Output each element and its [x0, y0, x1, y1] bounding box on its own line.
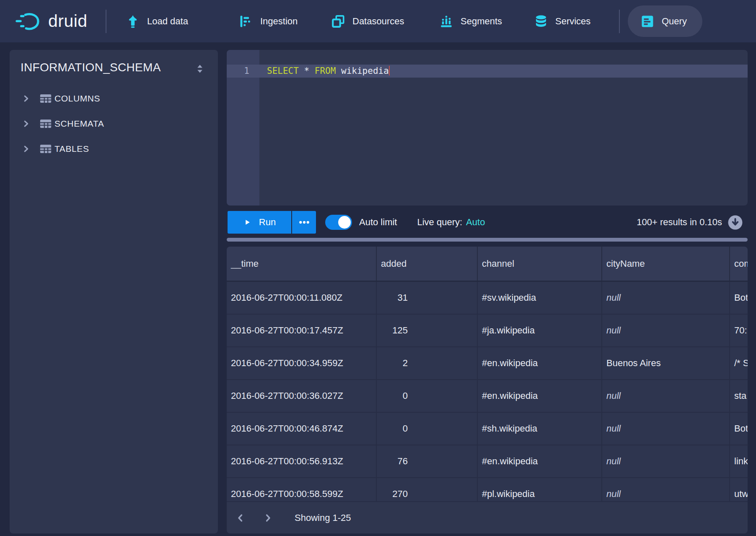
table-cell-comment[interactable]: Bot	[730, 413, 748, 445]
tree-item-label: COLUMNS	[54, 94, 100, 104]
chevron-right-icon[interactable]	[21, 94, 31, 103]
nav-divider	[106, 10, 106, 33]
play-icon	[243, 218, 251, 226]
table-cell-channel[interactable]: #en.wikipedia	[478, 347, 602, 379]
double-caret-vertical-icon[interactable]	[194, 63, 205, 74]
table-cell-added[interactable]: 125	[377, 315, 478, 346]
table-cell-added[interactable]: 0	[377, 380, 478, 412]
pagination-bar: Showing 1-25	[227, 501, 748, 533]
download-icon[interactable]	[728, 215, 743, 230]
sql-editor[interactable]: 1 SELECT * FROM wikipedia	[227, 50, 748, 206]
toggle-knob	[338, 216, 351, 229]
page-next-button[interactable]	[263, 513, 273, 523]
table-row[interactable]: 2016-06-27T00:00:11.080Z31#sv.wikipedian…	[227, 282, 748, 315]
run-more-button[interactable]	[292, 211, 316, 234]
table-cell-comment[interactable]: sta	[730, 380, 748, 412]
results-table: __timeaddedchannelcityNamecomment 2016-0…	[227, 247, 748, 533]
table-cell-channel[interactable]: #en.wikipedia	[478, 380, 602, 412]
column-header-comment[interactable]: comment	[730, 247, 748, 281]
nav-item-label: Services	[555, 16, 590, 27]
table-cell-comment[interactable]: 70:	[730, 315, 748, 346]
table-cell-added[interactable]: 76	[377, 445, 478, 477]
nav-item-label: Datasources	[352, 16, 404, 27]
results-horizontal-scrollbar[interactable]	[227, 238, 748, 242]
nav-item-ingestion[interactable]: Ingestion	[239, 0, 298, 42]
results-table-header: __timeaddedchannelcityNamecomment	[227, 247, 748, 282]
load-data-icon	[126, 14, 140, 29]
top-nav: druid Load dataIngestionDatasourcesSegme…	[0, 0, 756, 42]
nav-item-segments[interactable]: Segments	[439, 0, 502, 42]
table-row[interactable]: 2016-06-27T00:00:56.913Z76#en.wikipedian…	[227, 445, 748, 478]
segments-icon	[439, 14, 453, 29]
column-header-time[interactable]: __time	[227, 247, 377, 281]
table-cell-comment[interactable]: Bot	[730, 282, 748, 314]
chevron-right-icon[interactable]	[21, 144, 31, 154]
query-icon	[640, 14, 655, 29]
table-cell-channel[interactable]: #en.wikipedia	[478, 445, 602, 477]
brand-name: druid	[48, 11, 88, 31]
table-cell-channel[interactable]: #sv.wikipedia	[478, 282, 602, 314]
schema-sidebar: INFORMATION_SCHEMA COLUMNSSCHEMATATABLES	[10, 50, 218, 533]
sidebar-item-columns[interactable]: COLUMNS	[10, 86, 218, 111]
ingestion-icon	[239, 14, 253, 29]
table-cell-added[interactable]: 31	[377, 282, 478, 314]
schema-tree: COLUMNSSCHEMATATABLES	[10, 86, 218, 161]
sidebar-item-tables[interactable]: TABLES	[10, 136, 218, 161]
table-cell-time[interactable]: 2016-06-27T00:00:36.027Z	[227, 380, 377, 412]
auto-limit-toggle[interactable]	[325, 215, 352, 230]
tree-item-label: TABLES	[54, 144, 89, 154]
table-cell-cityName[interactable]: Buenos Aires	[602, 347, 730, 379]
tree-item-label: SCHEMATA	[54, 119, 104, 129]
table-row[interactable]: 2016-06-27T00:00:34.959Z2#en.wikipediaBu…	[227, 347, 748, 380]
nav-item-label: Ingestion	[260, 16, 298, 27]
table-cell-cityName[interactable]: null	[602, 315, 730, 346]
table-row[interactable]: 2016-06-27T00:00:46.874Z0#sh.wikipedianu…	[227, 413, 748, 445]
sql-token: wikipedia	[336, 66, 388, 76]
table-cell-time[interactable]: 2016-06-27T00:00:56.913Z	[227, 445, 377, 477]
column-header-cityName[interactable]: cityName	[602, 247, 730, 281]
page-previous-button[interactable]	[236, 513, 246, 523]
services-icon	[534, 14, 548, 29]
table-cell-comment[interactable]: /* S	[730, 347, 748, 379]
schema-selector[interactable]: INFORMATION_SCHEMA	[21, 61, 161, 74]
run-button-label: Run	[259, 217, 276, 228]
table-cell-comment[interactable]: link	[730, 445, 748, 477]
table-cell-added[interactable]: 0	[377, 413, 478, 445]
nav-item-load-data[interactable]: Load data	[126, 0, 188, 42]
sql-code-line[interactable]: SELECT * FROM wikipedia	[267, 65, 390, 78]
nav-item-label: Segments	[461, 16, 502, 27]
live-query-value[interactable]: Auto	[466, 217, 485, 228]
nav-item-services[interactable]: Services	[534, 0, 590, 42]
table-row[interactable]: 2016-06-27T00:00:17.457Z125#ja.wikipedia…	[227, 315, 748, 347]
table-cell-time[interactable]: 2016-06-27T00:00:34.959Z	[227, 347, 377, 379]
table-cell-cityName[interactable]: null	[602, 445, 730, 477]
druid-logo-icon	[15, 12, 42, 31]
chevron-right-icon[interactable]	[21, 119, 31, 128]
table-icon	[39, 143, 52, 155]
nav-item-query[interactable]: Query	[628, 5, 702, 37]
sql-token: FROM	[315, 66, 336, 76]
live-query-label: Live query:	[417, 217, 462, 228]
results-summary: 100+ results in 0.10s	[637, 217, 722, 228]
sidebar-item-schemata[interactable]: SCHEMATA	[10, 111, 218, 136]
table-cell-time[interactable]: 2016-06-27T00:00:17.457Z	[227, 315, 377, 346]
table-cell-cityName[interactable]: null	[602, 282, 730, 314]
table-cell-cityName[interactable]: null	[602, 413, 730, 445]
line-number: 1	[227, 65, 259, 78]
table-cell-cityName[interactable]: null	[602, 380, 730, 412]
table-cell-channel[interactable]: #sh.wikipedia	[478, 413, 602, 445]
nav-item-datasources[interactable]: Datasources	[331, 0, 404, 42]
column-header-channel[interactable]: channel	[478, 247, 602, 281]
table-cell-channel[interactable]: #ja.wikipedia	[478, 315, 602, 346]
druid-logo[interactable]: druid	[15, 0, 88, 42]
table-cell-time[interactable]: 2016-06-27T00:00:11.080Z	[227, 282, 377, 314]
nav-item-label: Load data	[147, 16, 188, 27]
results-table-body: 2016-06-27T00:00:11.080Z31#sv.wikipedian…	[227, 282, 748, 511]
text-cursor	[389, 66, 390, 75]
table-row[interactable]: 2016-06-27T00:00:36.027Z0#en.wikipedianu…	[227, 380, 748, 413]
column-header-added[interactable]: added	[377, 247, 478, 281]
table-cell-added[interactable]: 2	[377, 347, 478, 379]
sql-token: *	[299, 66, 315, 76]
table-cell-time[interactable]: 2016-06-27T00:00:46.874Z	[227, 413, 377, 445]
run-button[interactable]: Run	[228, 211, 291, 234]
